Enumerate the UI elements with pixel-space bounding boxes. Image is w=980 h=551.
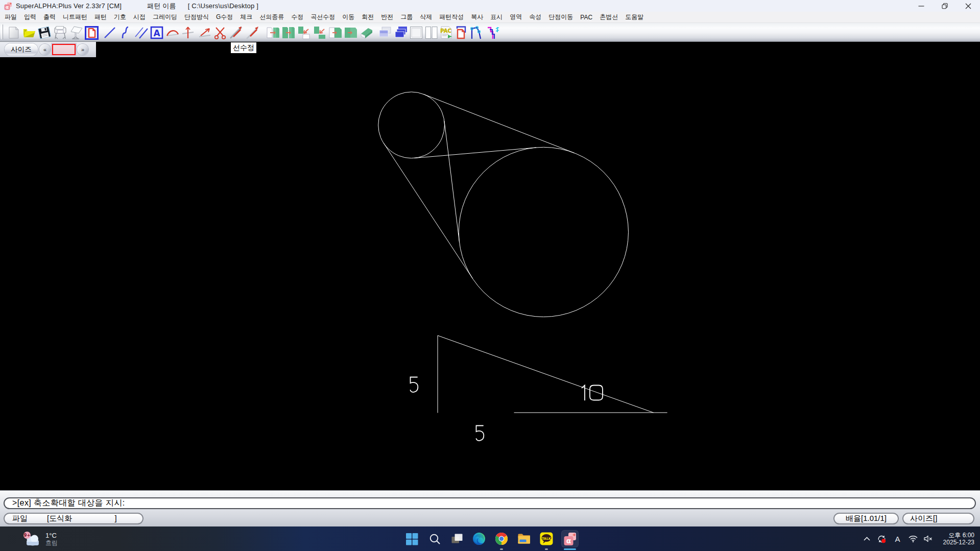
window-doc-path: [ C:\Users\us\Desktop ]: [188, 2, 258, 10]
parallel-line-tool-button[interactable]: [134, 25, 149, 40]
angle-line-tool-button[interactable]: [197, 25, 212, 40]
restore-button[interactable]: [933, 0, 957, 12]
close-button[interactable]: [957, 0, 980, 12]
screen-single-button[interactable]: [409, 25, 424, 40]
chrome-browser-button[interactable]: [493, 530, 510, 547]
tray-volume-muted-icon[interactable]: [921, 535, 936, 542]
window-stack-button[interactable]: [393, 25, 409, 40]
menu-item-knit-pattern[interactable]: 니트패턴: [63, 13, 87, 21]
menu-item-output[interactable]: 출력: [43, 13, 56, 21]
measure-red-tool-button[interactable]: [229, 25, 244, 40]
screen-split-button[interactable]: [424, 25, 439, 40]
tray-date: 2025-12-23: [943, 539, 974, 546]
menu-item-endpoint-method[interactable]: 단점방식: [184, 13, 209, 21]
system-tray: A 오후 6:00 2025-12-23: [861, 526, 980, 551]
kakaotalk-button[interactable]: TALK: [538, 530, 555, 547]
menu-item-curve-edit[interactable]: 곡선수정: [310, 13, 335, 21]
window-overlap-button[interactable]: [377, 25, 393, 40]
pac-document-icon: [454, 26, 468, 40]
pac-export-button[interactable]: PAC: [439, 25, 454, 40]
arc-tool-button[interactable]: [165, 25, 180, 40]
plotter-button[interactable]: [53, 25, 68, 40]
menu-item-properties[interactable]: 속성: [529, 13, 541, 21]
axis-cross-tool-button[interactable]: [180, 25, 196, 40]
menu-item-pattern[interactable]: 패턴: [94, 13, 107, 21]
pattern-copy-button[interactable]: [281, 25, 296, 40]
pattern-extract-button[interactable]: [312, 25, 327, 40]
menu-item-line-type[interactable]: 선의종류: [259, 13, 284, 21]
cad-drawing: [0, 42, 980, 490]
command-input[interactable]: >[ex] 축소확대할 대상을 지시:: [4, 497, 976, 509]
pattern-document-button[interactable]: [84, 25, 99, 40]
size-toolbar: 사이즈 « »: [0, 42, 96, 57]
task-view-button[interactable]: [448, 530, 466, 547]
axis-cross-tool-icon: [181, 26, 195, 40]
menu-item-endpoint-move[interactable]: 단점이동: [548, 13, 573, 21]
tray-ime-indicator[interactable]: A: [890, 535, 905, 543]
menu-item-pattern-create[interactable]: 패턴작성: [439, 13, 464, 21]
edge-browser-button[interactable]: [470, 530, 488, 547]
save-floppy-button[interactable]: [37, 25, 52, 40]
status-scale-pill[interactable]: 배율[1.01/1]: [833, 513, 899, 524]
menu-item-group[interactable]: 그룹: [400, 13, 413, 21]
menu-item-measure-line[interactable]: 촌법선: [600, 13, 618, 21]
menu-item-copy[interactable]: 복사: [471, 13, 483, 21]
minimize-button[interactable]: [910, 0, 933, 12]
pattern-convert-button[interactable]: [266, 25, 281, 40]
menu-item-pac[interactable]: PAC: [580, 14, 592, 21]
open-folder-button[interactable]: [21, 25, 37, 40]
pattern-split-button[interactable]: [296, 25, 312, 40]
line-tool-button[interactable]: [102, 25, 117, 40]
pattern-merge-button[interactable]: [343, 25, 358, 40]
awl-red-tool-button[interactable]: [245, 25, 260, 40]
search-button[interactable]: [426, 530, 443, 547]
file-explorer-button[interactable]: [515, 530, 533, 547]
menu-item-rotate[interactable]: 회전: [362, 13, 374, 21]
menu-item-grading[interactable]: 그레이딩: [153, 13, 177, 21]
menu-item-move[interactable]: 이동: [342, 13, 354, 21]
drawing-canvas[interactable]: 사이즈 « » 선수정: [0, 42, 980, 490]
tray-clock[interactable]: 오후 6:00 2025-12-23: [943, 532, 974, 546]
line-node-edit-button[interactable]: [469, 25, 485, 40]
size-input[interactable]: [52, 44, 76, 55]
tray-chevron-up-icon[interactable]: [861, 537, 874, 541]
status-scale-value: 배율[1.01/1]: [846, 514, 887, 523]
pattern-merge-left-button[interactable]: [328, 25, 343, 40]
menu-item-g-edit[interactable]: G수정: [216, 13, 233, 21]
status-size-pill[interactable]: 사이즈[]: [902, 513, 974, 524]
menu-item-help[interactable]: 도움말: [625, 13, 643, 21]
command-tooltip: 선수정: [231, 42, 256, 53]
status-file-pill[interactable]: 파일[도식화 ]: [4, 513, 144, 524]
size-button[interactable]: 사이즈: [5, 43, 38, 56]
digitizer-board-button[interactable]: [68, 25, 84, 40]
menu-item-display[interactable]: 표시: [490, 13, 503, 21]
curve-node-edit-button[interactable]: [485, 25, 500, 40]
tray-time: 오후 6:00: [948, 532, 974, 539]
menu-item-file[interactable]: 파일: [5, 13, 17, 21]
menu-item-check[interactable]: 체크: [240, 13, 252, 21]
kakaotalk-running-indicator: [545, 548, 548, 550]
tray-sync-icon[interactable]: [874, 534, 890, 544]
new-file-button[interactable]: [6, 25, 21, 40]
menu-item-symbol[interactable]: 기호: [114, 13, 126, 21]
start-button[interactable]: [403, 530, 420, 547]
size-next-button[interactable]: »: [77, 44, 88, 55]
menu-item-seam-allowance[interactable]: 시접: [133, 13, 146, 21]
size-prev-button[interactable]: «: [39, 44, 51, 55]
scissors-tool-button[interactable]: [212, 25, 228, 40]
pac-document-button[interactable]: [453, 25, 469, 40]
digitizer-board-icon: [69, 26, 83, 40]
menu-item-input[interactable]: 입력: [24, 13, 36, 21]
menu-item-flip[interactable]: 반전: [381, 13, 393, 21]
superalpha-app-button[interactable]: + α: [561, 530, 579, 547]
menu-item-area[interactable]: 영역: [510, 13, 522, 21]
eraser-button[interactable]: [358, 25, 374, 40]
cad-line: [444, 121, 460, 243]
taskbar-apps: TALK + α: [0, 526, 980, 551]
scissors-tool-icon: [213, 26, 227, 40]
text-tool-button[interactable]: A: [149, 25, 164, 40]
curve-tool-button[interactable]: [118, 25, 133, 40]
menu-item-delete[interactable]: 삭제: [420, 13, 432, 21]
tray-wifi-icon[interactable]: [905, 535, 921, 542]
menu-item-edit[interactable]: 수정: [291, 13, 303, 21]
